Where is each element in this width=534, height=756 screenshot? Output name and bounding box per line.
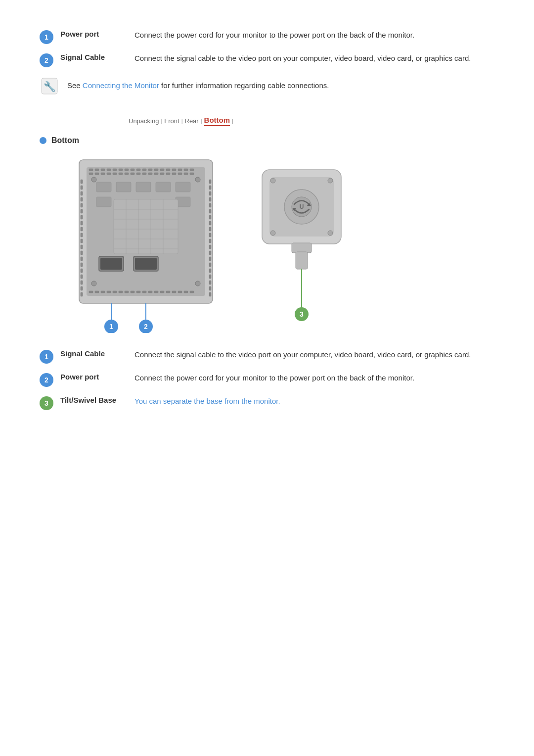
- svg-rect-119: [172, 291, 176, 293]
- power-port-row-bottom: 2 Power port Connect the power cord for …: [40, 373, 494, 387]
- svg-rect-61: [209, 186, 211, 189]
- svg-rect-104: [135, 258, 157, 270]
- svg-rect-57: [81, 281, 83, 284]
- power-port-label-bottom: Power port: [60, 373, 125, 381]
- badge-bottom-1: 1: [40, 350, 53, 364]
- svg-rect-76: [209, 275, 211, 279]
- svg-rect-64: [209, 203, 211, 207]
- svg-rect-22: [89, 173, 93, 175]
- svg-rect-79: [209, 292, 211, 296]
- svg-rect-4: [89, 169, 93, 171]
- svg-rect-75: [209, 269, 211, 273]
- svg-rect-31: [142, 173, 146, 175]
- svg-rect-12: [136, 169, 140, 171]
- svg-rect-38: [184, 173, 188, 175]
- svg-rect-71: [209, 245, 211, 249]
- svg-rect-69: [209, 233, 211, 237]
- power-port-desc-bottom: Connect the power cord for your monitor …: [134, 373, 494, 384]
- nav-bar: Unpacking | Front | Rear | Bottom |: [129, 116, 494, 126]
- svg-rect-52: [81, 251, 83, 255]
- svg-point-98: [195, 177, 200, 182]
- svg-rect-19: [178, 169, 182, 171]
- svg-point-138: [328, 231, 333, 236]
- svg-rect-66: [209, 215, 211, 219]
- section-dot: [40, 137, 46, 144]
- svg-rect-62: [209, 191, 211, 195]
- svg-rect-24: [101, 173, 105, 175]
- svg-rect-141: [296, 252, 308, 269]
- signal-cable-row-top: 2 Signal Cable Connect the signal cable …: [40, 53, 494, 67]
- signal-cable-desc-bottom: Connect the signal cable to the video po…: [134, 349, 494, 361]
- svg-rect-102: [100, 258, 122, 270]
- signal-cable-label-top: Signal Cable: [60, 53, 125, 61]
- note-row: 🔧 See Connecting the Monitor for further…: [40, 76, 494, 96]
- note-prefix: See: [67, 81, 83, 90]
- svg-rect-8: [113, 169, 117, 171]
- bottom-items-list: 1 Signal Cable Connect the signal cable …: [40, 349, 494, 410]
- tilt-swivel-row: 3 Tilt/Swivel Base You can separate the …: [40, 396, 494, 410]
- svg-point-100: [195, 281, 200, 286]
- section-title: Bottom: [51, 136, 79, 145]
- svg-rect-34: [160, 173, 164, 175]
- svg-rect-23: [95, 173, 99, 175]
- svg-rect-87: [114, 199, 178, 254]
- note-suffix: for further information regarding cable …: [159, 81, 329, 90]
- nav-bottom[interactable]: Bottom: [204, 116, 230, 126]
- svg-rect-53: [81, 257, 83, 261]
- svg-rect-46: [81, 215, 83, 219]
- section-header: Bottom: [40, 136, 494, 145]
- svg-rect-106: [95, 291, 99, 293]
- nav-unpacking[interactable]: Unpacking: [129, 117, 159, 125]
- svg-rect-110: [119, 291, 123, 293]
- svg-rect-7: [107, 169, 111, 171]
- svg-rect-105: [89, 291, 93, 293]
- svg-point-136: [328, 178, 333, 183]
- svg-rect-140: [292, 243, 312, 253]
- svg-rect-28: [125, 173, 129, 175]
- svg-rect-16: [160, 169, 164, 171]
- monitor-base-right: U 3: [252, 155, 351, 334]
- svg-rect-59: [81, 292, 83, 296]
- svg-rect-15: [154, 169, 158, 171]
- monitors-area: 1 2 U: [69, 155, 494, 334]
- svg-rect-27: [119, 173, 123, 175]
- svg-rect-118: [166, 291, 170, 293]
- svg-rect-21: [190, 169, 194, 171]
- svg-rect-108: [107, 291, 111, 293]
- monitor-base-svg: U 3: [252, 155, 351, 333]
- svg-rect-55: [81, 269, 83, 273]
- svg-rect-121: [184, 291, 188, 293]
- svg-rect-63: [209, 197, 211, 201]
- svg-rect-9: [119, 169, 123, 171]
- tilt-swivel-desc[interactable]: You can separate the base from the monit…: [134, 396, 494, 407]
- svg-point-99: [91, 281, 96, 286]
- svg-rect-117: [160, 291, 164, 293]
- badge-2: 2: [40, 53, 53, 67]
- svg-rect-10: [125, 169, 129, 171]
- svg-point-97: [91, 177, 96, 182]
- svg-rect-17: [166, 169, 170, 171]
- svg-rect-113: [136, 291, 140, 293]
- svg-rect-115: [148, 291, 152, 293]
- svg-rect-122: [190, 291, 194, 293]
- svg-rect-77: [209, 281, 211, 284]
- signal-cable-row-bottom: 1 Signal Cable Connect the signal cable …: [40, 349, 494, 364]
- badge-bottom-2: 2: [40, 373, 53, 387]
- note-text: See Connecting the Monitor for further i…: [67, 76, 329, 92]
- nav-front[interactable]: Front: [164, 117, 179, 125]
- svg-text:2: 2: [144, 323, 148, 331]
- svg-rect-33: [154, 173, 158, 175]
- svg-rect-111: [125, 291, 129, 293]
- svg-rect-120: [178, 291, 182, 293]
- svg-rect-84: [176, 182, 190, 192]
- svg-rect-65: [209, 209, 211, 213]
- nav-rear[interactable]: Rear: [185, 117, 199, 125]
- svg-rect-47: [81, 221, 83, 225]
- svg-rect-14: [148, 169, 152, 171]
- svg-rect-114: [142, 291, 146, 293]
- note-link[interactable]: Connecting the Monitor: [83, 81, 159, 90]
- svg-rect-41: [81, 186, 83, 189]
- svg-rect-45: [81, 209, 83, 213]
- svg-rect-81: [116, 182, 131, 192]
- svg-rect-26: [113, 173, 117, 175]
